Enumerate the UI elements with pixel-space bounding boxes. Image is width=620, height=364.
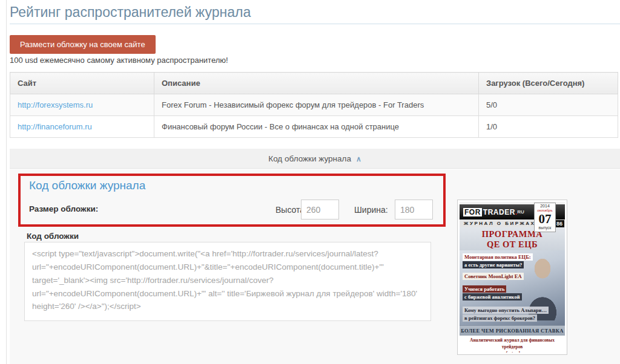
site-cell: http://financeforum.ru: [10, 116, 154, 138]
downloads-cell: 5/0: [479, 94, 618, 116]
toggle-label: Код обложки журнала: [268, 154, 351, 163]
annotation-highlight-box: Код обложки журнала Размер обложки: Высо…: [18, 174, 446, 227]
width-label: Ширина:: [354, 205, 388, 215]
headline-line2: QE ОТ ЕЦБ: [460, 239, 565, 250]
left-border-line: [6, 0, 7, 364]
description-cell: Финансовый форум России - Все о финансах…: [154, 116, 479, 138]
column-header-site: Сайт: [10, 73, 154, 94]
cover-footer-line1: Аналитический журнал для финансовых трей…: [460, 337, 565, 351]
place-cover-button[interactable]: Размести обложку на своем сайте: [10, 35, 156, 54]
cover-topic: Учимся работать: [463, 285, 506, 293]
cover-code-toggle[interactable]: Код обложки журнала ∧: [10, 149, 620, 169]
magazine-cover: FOR TRADER . RU ЖУРНАЛ О БИРЖАХ 86 2014 …: [460, 202, 565, 353]
logo-trader-text: TRADER: [483, 208, 515, 216]
site-cell: http://forexsystems.ru: [10, 94, 154, 116]
page-title: Рейтинг распространителей журнала: [10, 4, 251, 21]
distributors-table: Сайт Описание Загрузок (Всего/Сегодня) h…: [10, 72, 618, 138]
cover-header: FOR TRADER . RU ЖУРНАЛ О БИРЖАХ 86 2014 …: [460, 202, 565, 227]
page: Рейтинг распространителей журнала Размес…: [0, 0, 620, 364]
cover-code-textarea[interactable]: <script type="text/javascript">document.…: [24, 242, 431, 321]
cover-photo-area: Монетарная политика ЕЦБ: а есть другие в…: [460, 250, 565, 325]
height-input[interactable]: [301, 200, 339, 219]
description-cell: Forex Forum - Независимый форекс форум д…: [154, 94, 479, 116]
magazine-cover-preview: FOR TRADER . RU ЖУРНАЛ О БИРЖАХ 86 2014 …: [457, 200, 567, 355]
chevron-up-icon: ∧: [356, 155, 361, 163]
table-row: http://financeforum.ru Финансовый форум …: [10, 116, 618, 138]
issue-label: выпуск: [535, 226, 555, 230]
issue-date-box: 2014 октябрь 07 выпуск: [534, 203, 556, 232]
cover-footer-url: www.fortrader.ru: [460, 351, 565, 353]
logo-for-text: FOR: [463, 208, 482, 216]
cover-topic: Советник MoonLight EA: [463, 273, 524, 280]
cover-topic: а есть другие варианты?: [463, 261, 524, 268]
column-header-description: Описание: [154, 73, 479, 94]
cover-topic: в рейтингах форекс брокеров?: [463, 314, 537, 322]
column-header-downloads: Загрузок (Всего/Сегодня): [479, 73, 618, 94]
table-row: http://forexsystems.ru Forex Forum - Нез…: [10, 94, 618, 116]
logo-ru-text: RU: [517, 209, 524, 215]
site-link[interactable]: http://forexsystems.ru: [18, 100, 93, 109]
downloads-cell: 1/0: [479, 116, 618, 138]
cover-code-panel: Код обложки журнала Размер обложки: Высо…: [10, 169, 620, 364]
promo-text: 100 usd ежемесячно самому активному расп…: [10, 56, 228, 65]
cover-topic: Монетарная политика ЕЦБ:: [463, 253, 533, 261]
cover-footer: Аналитический журнал для финансовых трей…: [460, 336, 565, 353]
table-header-row: Сайт Описание Загрузок (Всего/Сегодня): [10, 73, 618, 94]
section-heading: Код обложки журнала: [29, 179, 145, 192]
title-divider: [10, 24, 620, 24]
width-input[interactable]: [395, 200, 433, 219]
cover-topic: Кому выгодно опустить Альпари…: [463, 307, 549, 314]
cover-banner: БОЛЕЕ ЧЕМ РИСКОВАННАЯ СТАВКА: [460, 325, 565, 336]
cover-size-label: Размер обложки:: [29, 204, 98, 213]
issue-number: 07: [535, 213, 555, 226]
site-link[interactable]: http://financeforum.ru: [18, 122, 92, 131]
cover-topic: с биржевой аналитикой: [463, 293, 522, 301]
issue-count-badge: 86: [555, 220, 564, 227]
code-label: Код обложки: [27, 232, 79, 241]
